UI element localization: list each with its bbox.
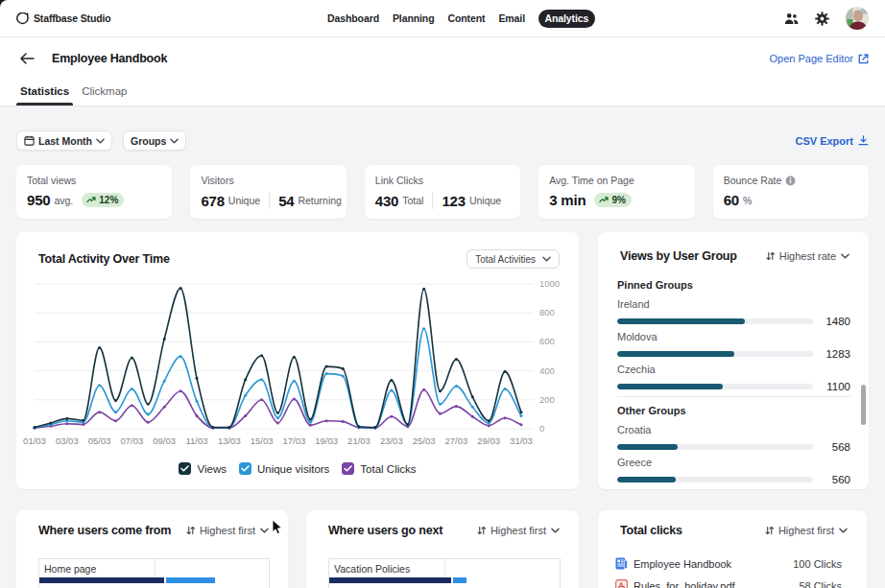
download-icon: [858, 135, 869, 146]
total-clicks-sort-dropdown[interactable]: Highest first: [765, 525, 848, 536]
group-bar-track: [617, 318, 813, 324]
kpi-total-views: Total views 950 avg. 12%: [16, 165, 172, 219]
where-users-go-next-panel: Where users go next Highest first Vacati…: [306, 510, 579, 588]
tab-clickmap[interactable]: Clickmap: [82, 85, 127, 106]
come-from-sort-dropdown[interactable]: Highest first: [186, 525, 269, 536]
go-next-table: Vacation Policies: [328, 558, 561, 588]
user-avatar[interactable]: [846, 7, 869, 30]
svg-text:31/03: 31/03: [510, 435, 533, 446]
nav-item-email[interactable]: Email: [498, 12, 525, 24]
checkbox-checked-icon[interactable]: [179, 462, 191, 475]
nav-item-dashboard[interactable]: Dashboard: [327, 12, 379, 24]
where-users-come-from-panel: Where users come from Highest first Home…: [16, 510, 288, 588]
users-icon[interactable]: [784, 12, 799, 25]
kpi-value: 54: [278, 193, 294, 209]
group-value: 1100: [823, 381, 850, 392]
divider: [432, 192, 433, 209]
svg-text:17/03: 17/03: [283, 435, 306, 446]
legend-item-unique-visitors[interactable]: Unique visitors: [239, 462, 329, 475]
back-button[interactable]: [16, 48, 37, 69]
go-next-sort-value: Highest first: [490, 525, 546, 536]
click-row[interactable]: Employee Handbook100 Clicks: [615, 553, 842, 575]
column-divider: [444, 559, 445, 576]
legend-label: Views: [197, 463, 226, 475]
kpi-label: Link Clicks: [375, 175, 511, 186]
svg-text:29/03: 29/03: [477, 435, 500, 446]
svg-text:05/03: 05/03: [88, 435, 111, 446]
kpi-value: 430: [375, 193, 398, 209]
checkbox-checked-icon[interactable]: [239, 462, 251, 475]
page-title: Employee Handbook: [52, 52, 167, 65]
group-bar-fill: [617, 384, 723, 389]
kpi-unit: avg.: [54, 195, 73, 206]
metric-selector-value: Total Activities: [475, 254, 536, 265]
kpi-label: Avg. Time on Page: [549, 175, 684, 186]
settings-gear-icon[interactable]: [815, 12, 829, 26]
nav-item-analytics[interactable]: Analytics: [538, 10, 595, 28]
groups-dropdown[interactable]: Groups: [123, 130, 186, 151]
nav-item-planning[interactable]: Planning: [393, 12, 435, 24]
kpi-value: 123: [442, 193, 465, 209]
open-page-editor-link[interactable]: Open Page Editor: [770, 53, 869, 64]
tab-statistics[interactable]: Statistics: [20, 85, 69, 106]
group-value: 1480: [823, 316, 850, 327]
group-bar-fill: [617, 318, 745, 324]
group-bar-fill: [617, 444, 678, 450]
group-name: Ireland: [617, 298, 850, 310]
group-bar-track: [617, 444, 813, 450]
sort-arrows-icon: [765, 526, 774, 535]
page-header: Employee Handbook Open Page Editor: [0, 37, 885, 80]
user-groups-sort-dropdown[interactable]: Highest rate: [766, 250, 849, 262]
group-row-greece: Greece560: [617, 457, 850, 485]
document-icon: [615, 557, 628, 570]
brand[interactable]: Staffbase Studio: [16, 12, 110, 25]
column-divider: [155, 559, 155, 576]
nav-item-content[interactable]: Content: [448, 12, 486, 24]
trend-up-icon: [86, 197, 96, 203]
svg-text:25/03: 25/03: [413, 435, 436, 446]
kpi-unit: Unique: [469, 195, 501, 206]
date-range-dropdown[interactable]: Last Month: [16, 130, 112, 151]
svg-text:13/03: 13/03: [218, 435, 241, 446]
group-value: 1283: [823, 348, 850, 360]
bar-segment-dark: [329, 577, 451, 583]
trend-value: 9%: [611, 195, 625, 205]
csv-export-button[interactable]: CSV Export: [795, 135, 869, 147]
group-section-label: Pinned Groups: [617, 279, 850, 291]
svg-text:27/03: 27/03: [445, 435, 468, 446]
svg-text:15/03: 15/03: [251, 435, 274, 446]
staffbase-logo-icon: [16, 12, 29, 25]
click-row[interactable]: Rules_for_holiday.pdf58 Clicks: [615, 575, 842, 588]
group-bar-track: [617, 351, 813, 357]
kpi-value: 3 min: [549, 192, 586, 208]
legend-label: Unique visitors: [257, 463, 329, 475]
checkbox-checked-icon[interactable]: [342, 462, 354, 475]
group-row-croatia: Croatia568: [617, 424, 850, 453]
divider: [269, 192, 270, 209]
groups-scrollbar[interactable]: [861, 385, 866, 425]
activity-line-chart[interactable]: 0200400600800100001/0303/0305/0307/0309/…: [16, 269, 579, 460]
total-clicks-panel: Total clicks Highest first Employee Hand…: [598, 510, 867, 588]
go-next-sort-dropdown[interactable]: Highest first: [477, 525, 560, 536]
group-row-ireland: Ireland1480: [617, 298, 850, 327]
click-row-label: Rules_for_holiday.pdf: [634, 580, 735, 588]
total-clicks-sort-value: Highest first: [778, 525, 834, 536]
kpi-bounce-rate: Bounce Rate 60 %: [713, 165, 869, 219]
info-icon[interactable]: [785, 176, 796, 186]
legend-item-total-clicks[interactable]: Total Clicks: [342, 462, 416, 475]
svg-text:1000: 1000: [539, 278, 560, 289]
svg-text:600: 600: [539, 336, 555, 346]
trend-badge: 12%: [82, 193, 124, 207]
legend-item-views[interactable]: Views: [179, 462, 226, 475]
user-groups-title: Views by User Group: [620, 249, 737, 263]
legend-label: Total Clicks: [360, 463, 416, 475]
kpi-unit: Returning: [298, 195, 342, 206]
kpi-label: Total views: [27, 175, 162, 186]
sort-arrows-icon: [477, 526, 486, 535]
metric-selector-dropdown[interactable]: Total Activities: [466, 249, 560, 269]
activity-chart-panel: Total Activity Over Time Total Activitie…: [16, 232, 579, 489]
svg-text:200: 200: [539, 394, 555, 405]
kpi-unit: Unique: [228, 195, 260, 206]
click-row-value: 100 Clicks: [793, 558, 842, 570]
total-clicks-list: Employee Handbook100 ClicksRules_for_hol…: [598, 537, 867, 588]
